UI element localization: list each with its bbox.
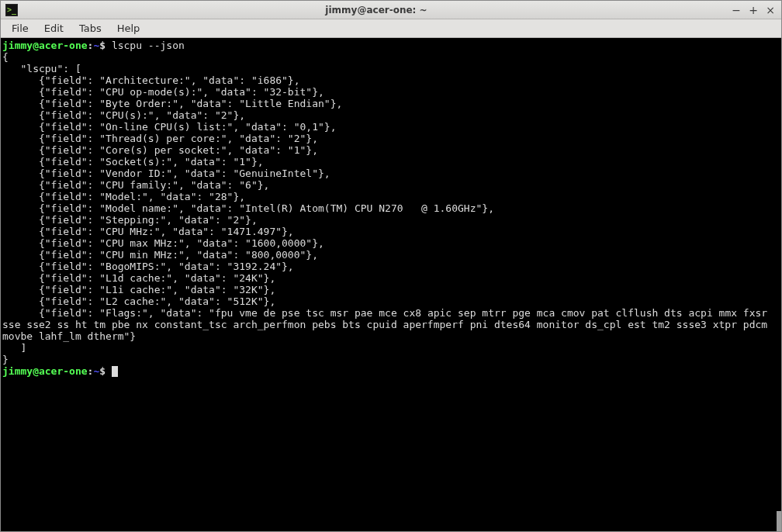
terminal-line: {"field": "L1d cache:", "data": "24K"},: [2, 272, 780, 284]
terminal-line: {: [2, 51, 780, 63]
terminal-line: {"field": "Model:", "data": "28"},: [2, 191, 780, 202]
minimize-button[interactable]: −: [730, 4, 742, 16]
terminal-line: {"field": "CPU MHz:", "data": "1471.497"…: [2, 226, 780, 237]
terminal-line: {"field": "CPU op-mode(s):", "data": "32…: [2, 86, 780, 98]
titlebar[interactable]: >_ jimmy@acer-one: ~ − + ×: [1, 1, 781, 19]
terminal-line: {"field": "BogoMIPS:", "data": "3192.24"…: [2, 261, 780, 272]
prompt-symbol: $: [99, 365, 106, 377]
terminal-line: {"field": "L2 cache:", "data": "512K"},: [2, 295, 780, 307]
terminal-line: {"field": "Thread(s) per core:", "data":…: [2, 133, 780, 144]
terminal-line: {"field": "Socket(s):", "data": "1"},: [2, 156, 780, 168]
scrollbar[interactable]: [777, 511, 781, 531]
close-button[interactable]: ×: [764, 4, 777, 16]
terminal-icon: >_: [5, 4, 18, 16]
maximize-button[interactable]: +: [747, 4, 760, 16]
menu-tabs[interactable]: Tabs: [73, 21, 108, 36]
terminal-output[interactable]: jimmy@acer-one:~$ lscpu --json{ "lscpu":…: [1, 38, 781, 531]
terminal-line: {"field": "CPU family:", "data": "6"},: [2, 179, 780, 191]
menu-edit[interactable]: Edit: [38, 21, 70, 36]
terminal-line: jimmy@acer-one:~$: [2, 365, 780, 377]
terminal-window: >_ jimmy@acer-one: ~ − + × File Edit Tab…: [0, 0, 782, 532]
terminal-line: {"field": "L1i cache:", "data": "32K"},: [2, 284, 780, 295]
window-controls: − + ×: [730, 4, 777, 16]
terminal-line: {"field": "Core(s) per socket:", "data":…: [2, 144, 780, 156]
terminal-line: {"field": "CPU(s):", "data": "2"},: [2, 109, 780, 121]
prompt-user: jimmy@acer-one: [2, 365, 88, 377]
terminal-line: {"field": "Architecture:", "data": "i686…: [2, 74, 780, 86]
terminal-line: {"field": "On-line CPU(s) list:", "data"…: [2, 121, 780, 133]
prompt-user: jimmy@acer-one: [2, 40, 88, 51]
terminal-line: ]: [2, 342, 780, 354]
command-text: lscpu --json: [112, 40, 185, 51]
terminal-line: {"field": "Flags:", "data": "fpu vme de …: [2, 307, 780, 342]
menu-file[interactable]: File: [5, 21, 35, 36]
menu-help[interactable]: Help: [111, 21, 147, 36]
terminal-line: jimmy@acer-one:~$ lscpu --json: [2, 40, 780, 51]
terminal-line: {"field": "Byte Order:", "data": "Little…: [2, 98, 780, 109]
cursor: [112, 366, 118, 377]
terminal-line: {"field": "Stepping:", "data": "2"},: [2, 214, 780, 226]
terminal-line: }: [2, 354, 780, 365]
terminal-line: {"field": "CPU min MHz:", "data": "800,0…: [2, 249, 780, 261]
terminal-line: {"field": "Vendor ID:", "data": "Genuine…: [2, 168, 780, 179]
terminal-line: "lscpu": [: [2, 63, 780, 74]
terminal-line: {"field": "CPU max MHz:", "data": "1600,…: [2, 237, 780, 249]
terminal-line: {"field": "Model name:", "data": "Intel(…: [2, 202, 780, 214]
window-title: jimmy@acer-one: ~: [22, 5, 730, 16]
prompt-symbol: $: [99, 40, 106, 51]
menubar: File Edit Tabs Help: [1, 19, 781, 38]
